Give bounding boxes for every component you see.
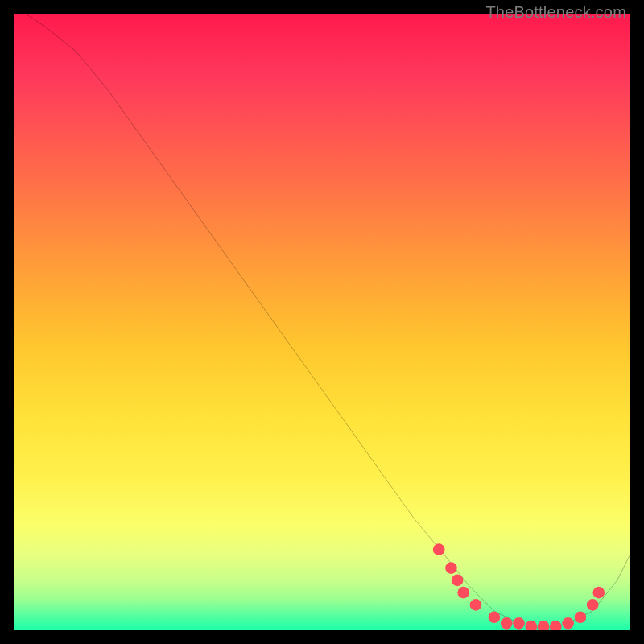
bottleneck-curve [27,14,630,630]
data-marker [538,621,550,630]
watermark-label: TheBottleneck.com [485,3,626,22]
data-marker [457,587,469,599]
stage: TheBottleneck.com [0,0,644,644]
plot-area [14,14,630,630]
data-marker [513,617,525,630]
data-marker [452,575,464,587]
data-marker [575,611,587,623]
data-marker [489,611,501,623]
data-marker [525,621,537,630]
data-marker [592,587,605,599]
data-marker [433,543,445,555]
data-marker [445,562,457,574]
data-marker [550,621,562,630]
curve-layer [14,14,630,630]
data-marker [587,599,599,611]
data-marker [562,617,574,630]
data-marker [501,617,513,630]
data-marker [470,599,482,611]
